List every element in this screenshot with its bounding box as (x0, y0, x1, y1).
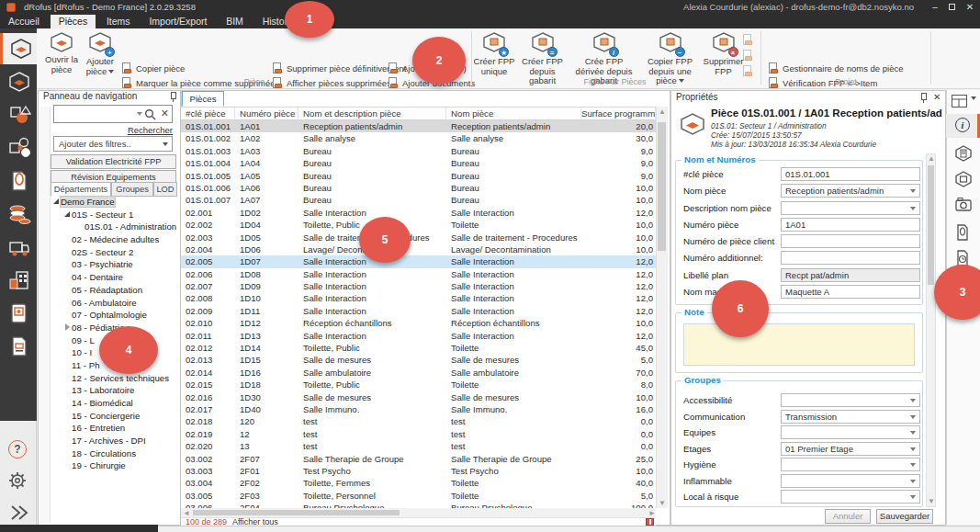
menu-tab[interactable]: BIM (218, 15, 252, 28)
vertical-scrollbar-thumb[interactable] (658, 122, 666, 251)
tree-item[interactable]: 02S - Secteur 2 (51, 246, 177, 259)
fpp-button[interactable]: ★ Créer FPP unique (473, 31, 515, 76)
help-icon[interactable]: ? (8, 440, 27, 458)
sidebar-buildings-icon[interactable] (0, 265, 37, 296)
tree-item[interactable]: Demo France (51, 196, 177, 209)
field-combo[interactable] (781, 425, 920, 439)
field-input[interactable] (781, 201, 920, 215)
fpp-button[interactable]: × Supprimer FPP (702, 31, 745, 76)
field-input[interactable]: Reception patients/admin (781, 184, 920, 198)
settings-icon[interactable] (8, 471, 27, 492)
pin-icon[interactable] (168, 91, 177, 102)
tree-item[interactable]: 04 - Dentaire (51, 271, 177, 284)
tree-item[interactable]: 02 - Médecine adultes (51, 233, 177, 246)
table-row[interactable]: 02.002 1D04 Toilette, Public Toilette 10… (181, 219, 656, 231)
tab-departements[interactable]: Départements (51, 182, 111, 197)
scroll-down-icon[interactable]: ▼ (659, 499, 666, 507)
field-input[interactable]: Maquette A (781, 285, 920, 299)
table-row[interactable]: 02.017 1D40 Salle Immuno. Salle Immuno. … (181, 403, 656, 415)
scroll-right-icon[interactable]: ► (648, 509, 656, 517)
tree-expander-icon[interactable] (63, 448, 72, 457)
scroll-up-icon[interactable]: ▲ (659, 108, 666, 116)
table-row[interactable]: 01S.01.007 1A07 Bureau Bureau 10,0 (181, 194, 656, 206)
column-header-surface[interactable]: Surface programm (581, 108, 656, 120)
info-tab-icon[interactable]: i (946, 114, 980, 138)
tree-expander-icon[interactable] (63, 436, 72, 444)
tree-expander-icon[interactable] (63, 347, 72, 356)
table-row[interactable]: 02.018 120 test test 0,0 (181, 415, 656, 427)
sidebar-item-groups-icon[interactable] (0, 132, 37, 164)
column-header-cle[interactable]: #clé pièce (181, 108, 235, 120)
images-camera-icon[interactable] (946, 193, 980, 217)
close-button[interactable]: ✕ (962, 0, 978, 14)
tree-item[interactable]: 01S.01 - Administration (51, 221, 177, 233)
tree-expander-icon[interactable] (63, 360, 72, 368)
sidebar-catalog-icon[interactable] (0, 298, 37, 329)
tree-expander-icon[interactable] (63, 335, 72, 344)
field-input[interactable] (781, 234, 920, 248)
add-filters-combo[interactable]: Ajouter des filtres.. (53, 136, 173, 152)
tree-item[interactable]: 06 - Ambulatoire (51, 297, 177, 310)
minimize-button[interactable]: – (927, 0, 943, 14)
tree-expander-icon[interactable] (52, 197, 61, 205)
field-input[interactable] (781, 251, 920, 265)
panel-layout-icon[interactable] (946, 92, 980, 116)
tree-expander-icon[interactable] (76, 221, 84, 230)
table-row[interactable]: 03.006 2F04 Bureau Psychologue Bureau Ps… (181, 502, 656, 508)
menu-tab[interactable]: Pièces (51, 15, 96, 28)
tree-expander-icon[interactable] (63, 298, 72, 306)
table-row[interactable]: 02.009 1D11 Salle Interaction Salle Inte… (181, 305, 656, 317)
menu-tab[interactable]: Accueil (0, 15, 48, 28)
field-combo[interactable] (781, 458, 920, 471)
report-book-icon[interactable] (646, 518, 654, 526)
search-history-dropdown-icon[interactable] (137, 112, 142, 116)
fpp-extra-icon-2[interactable] (742, 50, 754, 62)
tree-expander-icon[interactable] (63, 423, 72, 431)
tree-expander-icon[interactable] (63, 385, 72, 393)
search-input[interactable]: ✕ (53, 105, 173, 123)
field-combo[interactable] (781, 490, 920, 504)
tree-expander-icon[interactable] (63, 209, 72, 218)
save-button[interactable]: Sauvegarder (876, 509, 933, 524)
table-row[interactable]: 01S.01.004 1A04 Bureau Bureau 9,0 (181, 157, 656, 169)
validation-electricite-button[interactable]: Validation Electricité FPP (51, 154, 176, 169)
tree-expander-icon[interactable] (63, 398, 72, 406)
tree-item[interactable]: 18 - Circulations (51, 447, 177, 460)
table-row[interactable]: 02.010 1D12 Réception échantillons Récep… (181, 317, 656, 329)
table-row[interactable]: 02.013 1D15 Salle de mesures Salle de me… (181, 354, 656, 366)
field-combo[interactable]: Transmission (781, 410, 920, 424)
tree-item[interactable]: 07 - Ophtalmologie (51, 309, 177, 322)
table-row[interactable]: 02.019 12 test test 0,0 (181, 428, 656, 440)
table-row[interactable]: 03.002 2F07 Salle Therapie de Groupe Sal… (181, 453, 656, 465)
tree-item[interactable]: 01S - Secteur 1 (51, 209, 177, 221)
open-piece-button[interactable]: Ouvrir la pièce (43, 31, 80, 74)
horizontal-scrollbar-thumb[interactable] (193, 510, 400, 515)
sidebar-reports-icon[interactable] (0, 331, 37, 362)
chevron-down-icon[interactable] (971, 96, 976, 100)
table-row[interactable]: 02.001 1D02 Salle Interaction Salle Inte… (181, 207, 656, 219)
tree-expander-icon[interactable] (63, 234, 72, 243)
table-row[interactable]: 02.007 1D09 Salle Interaction Salle Inte… (181, 280, 656, 292)
table-row[interactable]: 02.003 1D05 Salle de traitement - Proced… (181, 232, 656, 243)
field-input[interactable]: 1A01 (781, 218, 920, 232)
tree-expander-icon[interactable] (63, 247, 72, 255)
tree-expander-icon[interactable] (63, 460, 72, 469)
ribbon-small-button[interactable]: Gestionnaire de noms de pièce (768, 62, 904, 75)
tree-item[interactable]: 16 - Entretien (51, 422, 177, 435)
tree-expander-icon[interactable] (63, 411, 72, 419)
column-header-nom[interactable]: Nom pièce (446, 108, 581, 120)
table-row[interactable]: 01S.01.003 1A03 Bureau Bureau 9,0 (181, 145, 656, 157)
field-combo[interactable]: 01 Premier Etage (781, 442, 920, 456)
add-piece-button[interactable]: + Ajouter pièce (82, 31, 118, 76)
tree-expander-icon[interactable] (63, 323, 72, 331)
field-combo[interactable] (781, 474, 920, 488)
tree-item[interactable]: 05 - Réadaptation (51, 284, 177, 297)
maximize-button[interactable] (943, 0, 960, 14)
table-row[interactable]: 02.014 1D16 Salle ambulatoire Salle ambu… (181, 367, 656, 379)
table-row[interactable]: 02.011 1D13 Salle Interaction Salle Inte… (181, 330, 656, 342)
tree-item[interactable]: 14 - Biomédical (51, 397, 177, 410)
tree-item[interactable]: 03 - Psychiatrie (51, 258, 177, 271)
note-textarea[interactable] (683, 323, 915, 366)
table-row[interactable]: 01S.01.006 1A06 Bureau Bureau 10,0 (181, 182, 656, 194)
menu-tab[interactable]: Import/Export (141, 15, 215, 28)
